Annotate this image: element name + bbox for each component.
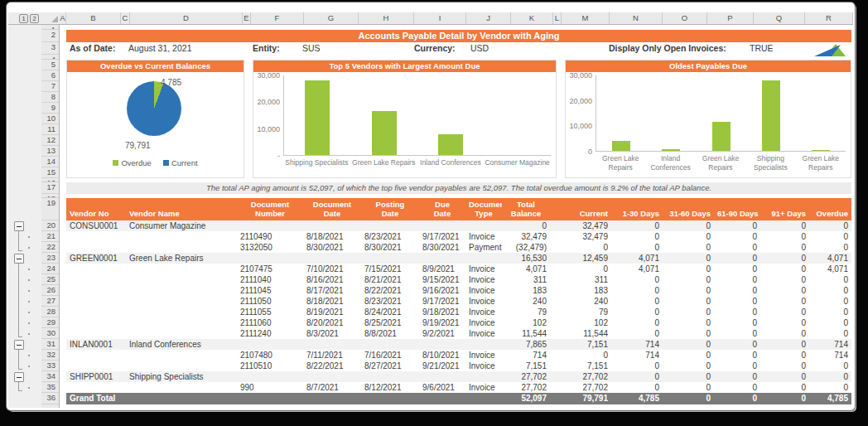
entity-value[interactable]: SUS [302,43,321,53]
table-cell[interactable]: 0 [760,339,809,350]
table-cell[interactable]: 0 [611,296,663,307]
table-cell[interactable]: 0 [611,231,663,242]
table-cell[interactable]: 8/25/2021 [361,317,419,328]
table-cell[interactable]: 8/20/2021 [303,317,361,328]
table-cell[interactable]: 0 [714,253,760,264]
table-cell[interactable]: 0 [760,253,809,264]
table-cell[interactable]: 0 [663,220,714,231]
table-header-cell[interactable]: Vendor Name [126,198,237,220]
table-cell[interactable]: 0 [550,242,611,253]
table-cell[interactable]: Green Lake Repairs [126,253,237,264]
table-header-cell[interactable]: 1-30 Days [611,198,663,220]
table-cell[interactable]: 0 [714,307,760,317]
table-cell[interactable] [465,220,502,231]
table-cell[interactable]: 0 [611,371,663,382]
table-cell[interactable]: 9/16/2021 [419,285,465,296]
table-cell[interactable]: 0 [611,361,663,371]
table-cell[interactable]: 0 [760,231,809,242]
column-header[interactable]: I [414,12,466,24]
table-cell[interactable]: 4,071 [809,253,851,264]
table-cell[interactable]: 183 [550,285,611,296]
table-cell[interactable]: 714 [809,350,851,361]
table-cell[interactable]: 4,785 [611,393,663,404]
table-cell[interactable]: 714 [611,350,663,361]
table-cell[interactable] [126,274,237,285]
table-cell[interactable]: 7/15/2021 [361,264,419,274]
table-cell[interactable]: 9/2/2021 [419,328,465,339]
column-header[interactable]: P [707,12,754,24]
collapse-group-button[interactable] [14,340,24,350]
table-cell[interactable] [419,253,465,264]
table-cell[interactable]: 9/17/2021 [419,296,465,307]
table-cell[interactable]: 0 [663,231,714,242]
table-cell[interactable]: 79,791 [550,393,611,404]
collapse-group-button[interactable] [14,221,24,231]
row-header[interactable]: 3 [41,42,59,55]
table-header-cell[interactable]: TotalBalance [502,198,550,220]
table-cell[interactable]: 0 [809,220,851,231]
table-cell[interactable]: 8/7/2021 [303,382,361,393]
table-cell[interactable] [66,317,126,328]
table-cell[interactable] [126,382,237,393]
row-header[interactable]: 7 [41,81,59,92]
table-cell[interactable]: 2107480 [237,350,303,361]
table-cell[interactable]: 0 [663,361,714,371]
table-cell[interactable] [237,220,303,231]
table-cell[interactable] [66,307,126,317]
column-header[interactable]: C [121,12,130,24]
column-header[interactable]: K [511,12,553,24]
table-cell[interactable]: 0 [663,296,714,307]
column-header[interactable]: M [562,12,610,24]
column-header[interactable]: Q [754,12,805,24]
table-cell[interactable]: Invoice [465,296,502,307]
column-header[interactable]: L [553,12,562,24]
table-cell[interactable] [237,393,303,404]
table-cell[interactable]: 0 [809,307,851,317]
table-cell[interactable]: 7/16/2021 [361,350,419,361]
table-cell[interactable] [303,393,361,404]
row-header[interactable]: 19 [41,198,59,220]
currency-value[interactable]: USD [470,43,489,53]
table-cell[interactable]: 0 [663,393,714,404]
table-cell[interactable]: 0 [663,350,714,361]
table-cell[interactable]: 0 [714,220,760,231]
table-cell[interactable]: 9/17/2021 [419,231,465,242]
table-cell[interactable]: 0 [714,350,760,361]
table-cell[interactable]: 0 [760,242,809,253]
table-cell[interactable]: Invoice [465,307,502,317]
row-header[interactable]: 28 [41,307,59,317]
table-cell[interactable]: 0 [809,317,851,328]
table-cell[interactable]: 8/30/2021 [361,242,419,253]
open-invoices-value[interactable]: TRUE [750,43,774,53]
table-cell[interactable]: 0 [663,253,714,264]
row-header[interactable]: 21 [41,231,59,242]
table-cell[interactable] [126,393,237,404]
table-cell[interactable]: 0 [663,382,714,393]
table-cell[interactable]: 0 [714,382,760,393]
table-cell[interactable]: 32,479 [550,220,611,231]
summary-note[interactable]: The total AP aging amount is 52,097, of … [66,182,851,194]
row-header[interactable]: 14 [41,157,59,167]
column-header[interactable]: B [66,12,121,24]
table-cell[interactable] [126,328,237,339]
row-header[interactable]: 17 [41,182,59,194]
table-cell[interactable] [303,339,361,350]
table-cell[interactable]: 52,097 [502,393,550,404]
table-cell[interactable] [66,361,126,371]
table-cell[interactable]: 2111240 [237,328,303,339]
table-cell[interactable]: Payment [465,242,502,253]
table-cell[interactable]: 0 [663,264,714,274]
row-header[interactable]: 26 [41,285,59,296]
row-header[interactable]: 33 [41,361,59,371]
table-cell[interactable]: 32,479 [550,231,611,242]
table-cell[interactable] [66,350,126,361]
table-cell[interactable]: 8/3/2021 [303,328,361,339]
row-header[interactable]: 22 [41,242,59,253]
table-cell[interactable]: Invoice [465,361,502,371]
table-cell[interactable]: 8/30/2021 [303,242,361,253]
table-cell[interactable]: 8/27/2021 [361,361,419,371]
table-cell[interactable]: 32,479 [502,231,550,242]
table-cell[interactable]: 0 [809,382,851,393]
table-cell[interactable]: 0 [714,274,760,285]
table-cell[interactable]: 0 [760,393,809,404]
